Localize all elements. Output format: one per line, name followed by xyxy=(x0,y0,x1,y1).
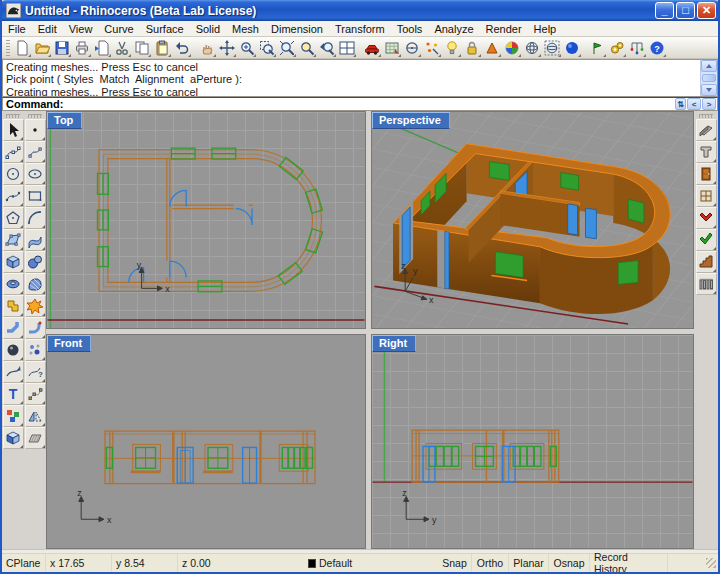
viewport-top-label[interactable]: Top xyxy=(47,112,82,129)
options-gears-button[interactable] xyxy=(607,38,627,58)
viewport-front-label[interactable]: Front xyxy=(47,335,91,352)
text-tool-button[interactable]: T xyxy=(3,383,24,405)
lamp-button[interactable] xyxy=(442,38,462,58)
maximize-button[interactable]: □ xyxy=(676,2,695,19)
titlebar[interactable]: Untitled - Rhinoceros (Beta Lab License)… xyxy=(0,0,720,21)
zoom-dynamic-button[interactable] xyxy=(237,38,257,58)
polygon-center-button[interactable] xyxy=(3,207,24,229)
menu-transform[interactable]: Transform xyxy=(329,22,391,36)
zoom-extents-button[interactable] xyxy=(277,38,297,58)
object-snap-button[interactable] xyxy=(422,38,442,58)
status-toggle-snap[interactable]: Snap xyxy=(438,554,472,572)
curve-question-button[interactable]: ? xyxy=(25,361,46,383)
toolbar-grip[interactable] xyxy=(6,40,10,56)
new-document-button[interactable] xyxy=(12,38,32,58)
menu-surface[interactable]: Surface xyxy=(140,22,190,36)
point-button[interactable] xyxy=(25,119,46,141)
open-file-button[interactable] xyxy=(32,38,52,58)
stair-tool-button[interactable] xyxy=(696,251,717,273)
layer-pane[interactable]: Default xyxy=(304,554,438,572)
menu-solid[interactable]: Solid xyxy=(190,22,226,36)
viewport-layout-button[interactable] xyxy=(337,38,357,58)
boolean-union-button[interactable] xyxy=(3,295,24,317)
arc-tool-button[interactable] xyxy=(25,207,46,229)
menu-render[interactable]: Render xyxy=(480,22,528,36)
sphere-dark-button[interactable] xyxy=(3,339,24,361)
window-tool-button[interactable] xyxy=(696,185,717,207)
car-button[interactable] xyxy=(362,38,382,58)
menu-tools[interactable]: Tools xyxy=(391,22,429,36)
mesh-blob-button[interactable] xyxy=(25,273,46,295)
cut-button[interactable] xyxy=(112,38,132,58)
toolbar-grip[interactable] xyxy=(28,114,42,118)
resize-grip[interactable] xyxy=(706,558,716,568)
cplane-pane[interactable]: CPlane xyxy=(2,554,46,572)
roof-red-button[interactable] xyxy=(696,207,717,229)
rotate-view-button[interactable] xyxy=(217,38,237,58)
solid-cube-button[interactable] xyxy=(3,427,24,449)
command-prompt[interactable]: Command: xyxy=(3,98,675,110)
viewport-top[interactable]: Top xyxy=(46,111,366,329)
circle-center-button[interactable] xyxy=(3,163,24,185)
scroll-up-icon[interactable] xyxy=(701,60,717,72)
copy-button[interactable] xyxy=(132,38,152,58)
toolbar-grip[interactable] xyxy=(699,114,713,118)
ellipse-tool-button[interactable] xyxy=(25,163,46,185)
flag-button[interactable] xyxy=(587,38,607,58)
render-properties-button[interactable] xyxy=(542,38,562,58)
viewport-right-label[interactable]: Right xyxy=(372,335,416,352)
command-line[interactable]: Command: ⇅ < > xyxy=(2,97,718,111)
status-toggle-planar[interactable]: Planar xyxy=(509,554,549,572)
torus-button[interactable] xyxy=(3,273,24,295)
status-toggle-record-history[interactable]: Record History xyxy=(590,554,668,572)
help-button[interactable]: ? xyxy=(647,38,667,58)
menu-analyze[interactable]: Analyze xyxy=(428,22,479,36)
spheres-two-button[interactable] xyxy=(25,251,46,273)
menu-help[interactable]: Help xyxy=(528,22,563,36)
undo-button[interactable] xyxy=(172,38,192,58)
door-tool-button[interactable] xyxy=(696,163,717,185)
wall-tool-button[interactable] xyxy=(696,119,717,141)
zoom-back-button[interactable] xyxy=(317,38,337,58)
fillet-round-button[interactable] xyxy=(25,317,46,339)
pan-button[interactable] xyxy=(197,38,217,58)
explode-button[interactable] xyxy=(25,295,46,317)
toolbar-grip[interactable] xyxy=(6,114,20,118)
command-prev-icon[interactable]: < xyxy=(687,98,701,110)
box-button[interactable] xyxy=(3,251,24,273)
interpolate-curve-button[interactable] xyxy=(3,185,24,207)
scroll-thumb[interactable] xyxy=(702,74,716,82)
viewport-perspective-label[interactable]: Perspective xyxy=(372,112,450,129)
scroll-down-icon[interactable] xyxy=(701,84,717,96)
status-toggle-osnap[interactable]: Osnap xyxy=(549,554,590,572)
command-spinner-icon[interactable]: ⇅ xyxy=(675,98,686,110)
point-cloud-button[interactable] xyxy=(25,339,46,361)
select-arrow-button[interactable] xyxy=(3,119,24,141)
viewport-front[interactable]: Front xyxy=(46,334,366,549)
rectangle-tool-button[interactable] xyxy=(25,185,46,207)
shaded-view-button[interactable] xyxy=(482,38,502,58)
layer-map-button[interactable] xyxy=(382,38,402,58)
adjust-curve-button[interactable] xyxy=(3,361,24,383)
color-wheel-button[interactable] xyxy=(502,38,522,58)
curve-handles-button[interactable] xyxy=(25,141,46,163)
control-point-curve-button[interactable] xyxy=(3,141,24,163)
command-scrollbar[interactable] xyxy=(700,60,717,96)
menu-view[interactable]: View xyxy=(63,22,99,36)
path-squares-button[interactable] xyxy=(25,383,46,405)
beam-tool-button[interactable] xyxy=(696,141,717,163)
export-page-button[interactable] xyxy=(92,38,112,58)
menu-curve[interactable]: Curve xyxy=(98,22,139,36)
fence-tool-button[interactable] xyxy=(696,273,717,295)
render-button[interactable] xyxy=(562,38,582,58)
paste-button[interactable] xyxy=(152,38,172,58)
lock-button[interactable] xyxy=(462,38,482,58)
commands-tree-button[interactable] xyxy=(627,38,647,58)
command-history-panel[interactable]: Creating meshes... Press Esc to cancelPi… xyxy=(2,59,718,97)
menu-edit[interactable]: Edit xyxy=(32,22,63,36)
minimize-button[interactable]: _ xyxy=(655,2,674,19)
render-preview-button[interactable] xyxy=(522,38,542,58)
mirror-tool-button[interactable] xyxy=(25,405,46,427)
viewport-right[interactable]: Right xyxy=(371,334,694,549)
curved-surface-button[interactable] xyxy=(25,229,46,251)
